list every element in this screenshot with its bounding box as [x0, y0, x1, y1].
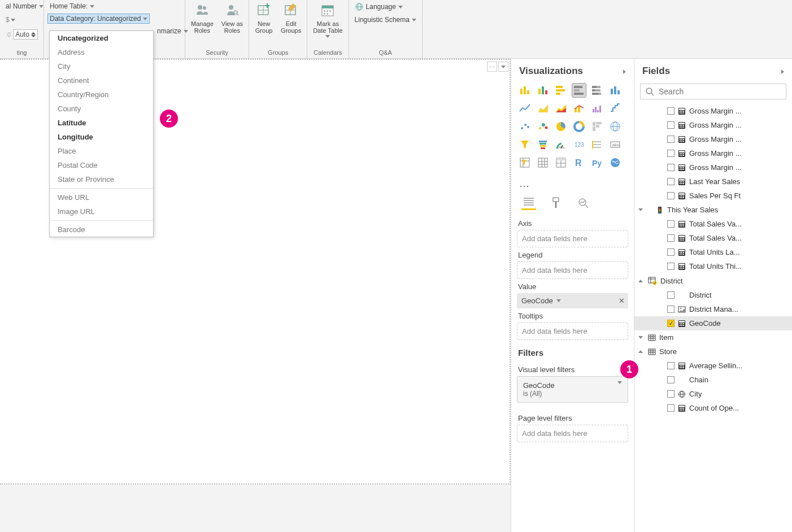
- viz-type-14[interactable]: [554, 120, 568, 133]
- menu-item-place[interactable]: Place: [50, 144, 153, 158]
- field-this-year-sales[interactable]: This Year Sales: [634, 203, 792, 217]
- field-checkbox[interactable]: [667, 192, 674, 199]
- menu-item-city[interactable]: City: [50, 59, 153, 73]
- field-checkbox[interactable]: [667, 263, 674, 270]
- viz-type-4[interactable]: [590, 84, 604, 97]
- field-checkbox[interactable]: [667, 220, 674, 228]
- legend-well[interactable]: Add data fields here: [517, 261, 628, 279]
- field-city[interactable]: City: [634, 387, 792, 401]
- field-checkbox[interactable]: [667, 404, 674, 412]
- fields-tab[interactable]: [521, 195, 536, 210]
- field-checkbox[interactable]: [667, 150, 674, 157]
- viz-type-15[interactable]: [572, 120, 586, 133]
- menu-item-country-region[interactable]: Country/Region: [50, 88, 153, 102]
- viz-type-27[interactable]: R: [572, 156, 586, 169]
- field-checkbox[interactable]: [667, 164, 674, 171]
- currency-dropdown[interactable]: $: [3, 15, 18, 25]
- field-district-mana-[interactable]: District Mana...: [634, 302, 792, 316]
- field-gross-margin-[interactable]: Gross Margin ...: [634, 160, 792, 175]
- field-checkbox[interactable]: [667, 248, 674, 256]
- field-sales-per-sq-ft[interactable]: Sales Per Sq Ft: [634, 189, 792, 203]
- menu-item-county[interactable]: County: [50, 102, 153, 116]
- decimal-controls[interactable]: .0 Auto: [3, 28, 40, 41]
- data-category-dropdown[interactable]: Data Category: Uncategorized: [47, 14, 150, 24]
- field-gross-margin-[interactable]: Gross Margin ...: [634, 132, 792, 146]
- field-checkbox[interactable]: [667, 136, 674, 143]
- field-checkbox[interactable]: [667, 178, 674, 185]
- viz-type-13[interactable]: [536, 120, 550, 133]
- viz-type-7[interactable]: [536, 102, 550, 115]
- viz-type-11[interactable]: [608, 102, 622, 115]
- collapse-pane-button[interactable]: [623, 66, 626, 77]
- field-total-units-la-[interactable]: Total Units La...: [634, 245, 792, 259]
- field-item[interactable]: Item: [634, 330, 792, 345]
- linguistic-schema-dropdown[interactable]: Linguistic Schema: [353, 15, 419, 25]
- field-gross-margin-[interactable]: Gross Margin ...: [634, 118, 792, 132]
- viz-type-3[interactable]: [572, 84, 586, 97]
- manage-roles-button[interactable]: Manage Roles: [189, 1, 216, 34]
- collapse-fields-button[interactable]: [781, 66, 784, 77]
- field-checkbox[interactable]: [667, 376, 674, 383]
- edit-groups-button[interactable]: Edit Groups: [278, 1, 303, 34]
- field-checkbox[interactable]: [667, 121, 674, 129]
- field-average-sellin-[interactable]: Average Sellin...: [634, 359, 792, 373]
- viz-type-8[interactable]: [554, 102, 568, 115]
- remove-field-button[interactable]: ✕: [619, 296, 625, 305]
- viz-type-6[interactable]: [518, 102, 532, 115]
- viz-type-9[interactable]: [572, 102, 586, 115]
- menu-item-continent[interactable]: Continent: [50, 73, 153, 88]
- analytics-tab[interactable]: [576, 195, 590, 210]
- viz-type-18[interactable]: [518, 138, 532, 151]
- viz-type-16[interactable]: [590, 120, 604, 133]
- menu-item-barcode[interactable]: Barcode: [50, 223, 153, 237]
- field-total-sales-va-[interactable]: Total Sales Va...: [634, 217, 792, 231]
- field-checkbox[interactable]: [667, 320, 674, 327]
- field-gross-margin-[interactable]: Gross Margin ...: [634, 104, 792, 118]
- field-checkbox[interactable]: [667, 107, 674, 115]
- menu-item-postal-code[interactable]: Postal Code: [50, 158, 153, 172]
- field-chain[interactable]: Chain: [634, 373, 792, 387]
- field-total-sales-va-[interactable]: Total Sales Va...: [634, 231, 792, 245]
- menu-item-latitude[interactable]: Latitude: [50, 116, 153, 130]
- field-count-of-ope-[interactable]: Count of Ope...: [634, 401, 792, 415]
- viz-type-24[interactable]: [518, 156, 532, 169]
- page-filters-well[interactable]: Add data fields here: [517, 425, 628, 442]
- field-checkbox[interactable]: [667, 306, 674, 313]
- field-checkbox[interactable]: [667, 234, 674, 242]
- visual-expand-button[interactable]: [498, 62, 508, 72]
- menu-item-address[interactable]: Address: [50, 45, 153, 59]
- viz-type-2[interactable]: [554, 84, 568, 97]
- visual-menu-button[interactable]: ⋯: [487, 62, 497, 72]
- tooltips-well[interactable]: Add data fields here: [517, 322, 628, 340]
- format-tab[interactable]: [549, 195, 563, 210]
- more-visuals-button[interactable]: ⋯: [511, 177, 634, 194]
- viz-type-28[interactable]: Py: [590, 156, 604, 169]
- menu-item-longitude[interactable]: Longitude: [50, 130, 153, 144]
- field-district[interactable]: District: [634, 273, 792, 288]
- viz-type-20[interactable]: [554, 138, 568, 151]
- viz-type-1[interactable]: [536, 84, 550, 97]
- viz-type-26[interactable]: [554, 156, 568, 169]
- chevron-down-icon[interactable]: [617, 381, 622, 384]
- auto-decimals[interactable]: Auto: [13, 29, 38, 40]
- field-district[interactable]: District: [634, 288, 792, 302]
- language-dropdown[interactable]: Language: [353, 1, 405, 12]
- viz-type-0[interactable]: [518, 84, 532, 97]
- viz-type-21[interactable]: 123: [572, 138, 586, 151]
- field-last-year-sales[interactable]: Last Year Sales: [634, 175, 792, 189]
- home-table-dropdown[interactable]: Home Table:: [47, 1, 97, 11]
- field-geocode[interactable]: GeoCode: [634, 316, 792, 330]
- mark-as-date-table-button[interactable]: Mark as Date Table: [311, 1, 345, 38]
- viz-type-12[interactable]: [518, 120, 532, 133]
- field-store[interactable]: Store: [634, 345, 792, 359]
- chevron-down-icon[interactable]: [556, 299, 561, 302]
- viz-type-19[interactable]: [536, 138, 550, 151]
- viz-type-22[interactable]: [590, 138, 604, 151]
- data-category-menu[interactable]: UncategorizedAddressCityContinentCountry…: [49, 30, 154, 237]
- viz-type-29[interactable]: [608, 156, 622, 169]
- viz-type-25[interactable]: [536, 156, 550, 169]
- viz-type-17[interactable]: [608, 120, 622, 133]
- filter-card-geocode[interactable]: GeoCode is (All): [517, 376, 628, 403]
- field-checkbox[interactable]: [667, 291, 674, 299]
- viz-type-23[interactable]: abc: [608, 138, 622, 151]
